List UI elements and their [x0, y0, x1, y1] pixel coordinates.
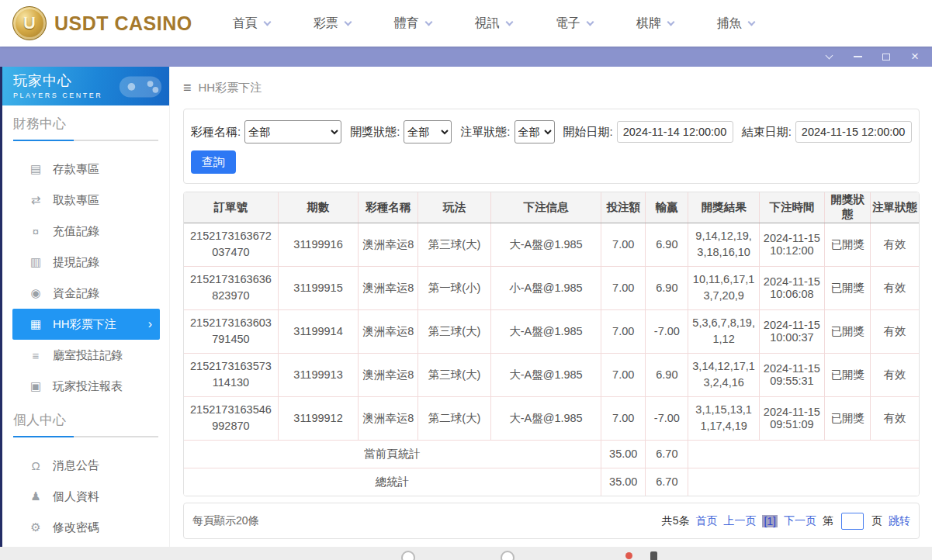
cell-bet_info: 大-A盤@1.985: [490, 223, 601, 266]
sidebar-item-deposit[interactable]: ▤存款專區: [12, 154, 160, 185]
floating-widget-icon[interactable]: [401, 551, 415, 560]
nav-item-fishing[interactable]: 捕魚: [717, 16, 754, 32]
page-title: HH彩票下注: [199, 81, 262, 95]
sidebar-item-announcements[interactable]: Ω消息公告: [12, 450, 160, 481]
first-page-link[interactable]: 首页: [695, 514, 717, 528]
cell-play: 第一球(小): [418, 266, 490, 309]
cell-draw_status: 已開獎: [825, 223, 871, 266]
sidebar-item-list: ▤存款專區⇄取款專區¤充值記錄▥提現記錄◉資金記錄▦HH彩票下注›≡廳室投註記錄…: [2, 154, 169, 402]
floating-widget-icon[interactable]: [650, 551, 657, 560]
goto-page-input[interactable]: [841, 513, 864, 530]
prev-page-link[interactable]: 上一页: [723, 514, 756, 528]
chevron-down-icon: [424, 18, 432, 26]
section-title: 財務中心: [2, 115, 169, 133]
sidebar-item-recharge-record[interactable]: ¤充值記錄: [12, 216, 160, 247]
sidebar-item-label: 充值記錄: [53, 224, 99, 239]
cell-draw_status: 已開獎: [825, 266, 871, 309]
end-date-input[interactable]: [795, 121, 912, 143]
nav-item-slots[interactable]: 電子: [556, 16, 593, 32]
nav-item-lottery[interactable]: 彩票: [314, 16, 351, 32]
recharge-record-icon: ¤: [29, 225, 43, 238]
sidebar-item-label: HH彩票下注: [53, 317, 116, 332]
lottery-bets-icon: ▦: [29, 317, 43, 331]
cell-bet_amount: 7.00: [601, 396, 646, 440]
cell-draw_status: 已開獎: [825, 309, 871, 353]
nav-item-sports[interactable]: 體育: [394, 16, 431, 32]
summary-empty: [688, 440, 919, 468]
sidebar-item-withdraw-record[interactable]: ▥提現記錄: [12, 247, 160, 278]
total-count-text: 共5条: [662, 514, 690, 528]
brand-logo[interactable]: U USDT CASINO: [12, 6, 192, 40]
cell-order_status: 有效: [871, 353, 919, 396]
maximize-icon: [882, 54, 890, 60]
nav-item-video[interactable]: 視訊: [475, 16, 512, 32]
sidebar-item-funds-record[interactable]: ◉資金記錄: [12, 278, 160, 309]
section-divider-accent: [13, 436, 74, 437]
column-header-bet_time: 下注時間: [759, 192, 824, 223]
sidebar-item-label: 存款專區: [53, 162, 99, 177]
search-button[interactable]: 查詢: [191, 150, 236, 174]
cell-result: 3,1,15,13,11,17,4,19: [688, 396, 759, 440]
window-minimize-button[interactable]: [851, 50, 864, 63]
sidebar-item-withdraw[interactable]: ⇄取款專區: [12, 185, 160, 216]
sidebar-item-label: 廳室投註記錄: [53, 348, 123, 363]
sidebar-item-label: 修改密碼: [53, 520, 99, 535]
column-header-order_no: 訂單號: [184, 192, 278, 223]
cell-order_no: 2152173163603791450: [184, 309, 278, 353]
cell-order_status: 有效: [871, 396, 919, 440]
sidebar-item-player-bet-report[interactable]: ▣玩家投注報表: [12, 371, 160, 402]
next-page-link[interactable]: 下一页: [784, 514, 816, 528]
lottery-name-select[interactable]: 全部: [244, 120, 341, 143]
gear-icon: ⚙: [29, 520, 43, 534]
cell-bet_info: 大-A盤@1.985: [490, 309, 601, 353]
sidebar-item-profile[interactable]: ♟個人資料: [12, 481, 160, 512]
cell-period: 31199912: [278, 396, 358, 440]
app-window: U USDT CASINO 首頁彩票體育視訊電子棋牌捕魚 × 玩家中心 PLAY…: [0, 0, 932, 560]
order-status-select[interactable]: 全部: [515, 120, 555, 143]
nav-item-home[interactable]: 首頁: [233, 16, 270, 32]
window-close-button[interactable]: ×: [909, 50, 921, 63]
cell-lottery: 澳洲幸运8: [359, 396, 418, 440]
current-page-summary-row: 當前頁統計35.006.70: [184, 440, 919, 468]
chevron-right-icon: ›: [148, 317, 152, 331]
goto-page-button[interactable]: 跳转: [889, 514, 910, 528]
column-header-bet_amount: 投注額: [601, 192, 646, 223]
cell-period: 31199916: [278, 223, 358, 266]
sidebar-item-room-bet-record[interactable]: ≡廳室投註記錄: [12, 340, 160, 371]
cell-order_status: 有效: [871, 266, 919, 309]
cell-bet_amount: 7.00: [601, 223, 646, 266]
collapse-icon: [825, 52, 833, 60]
sidebar-item-label: 個人資料: [53, 489, 99, 504]
sidebar-item-change-password[interactable]: ⚙修改密碼: [12, 512, 160, 543]
table-row: 215217316367203747031199916澳洲幸运8第三球(大)大-…: [184, 223, 919, 266]
hamburger-icon[interactable]: ≡: [183, 80, 192, 96]
window-maximize-button[interactable]: [880, 50, 892, 63]
window-collapse-button[interactable]: [823, 50, 835, 63]
cell-play: 第二球(大): [418, 396, 490, 440]
sidebar-header: 玩家中心 PLAYERS CENTER: [2, 67, 169, 105]
total-summary-row: 總統計35.006.70: [184, 468, 919, 496]
cell-bet_time: 2024-11-15 10:12:00: [759, 223, 824, 266]
main-content: ≡ HH彩票下注 彩種名稱: 全部 開獎狀態: 全部 注單狀態: 全部: [170, 67, 932, 560]
nav-item-label: 捕魚: [717, 16, 742, 32]
section-title: 個人中心: [2, 411, 169, 429]
table-row: 215217316360379145031199914澳洲幸运8第三球(大)大-…: [184, 309, 919, 353]
logo-letter: U: [23, 13, 36, 33]
draw-status-select[interactable]: 全部: [404, 120, 452, 143]
brand-name: USDT CASINO: [54, 12, 192, 35]
cell-result: 10,11,6,17,13,7,20,9: [688, 266, 759, 309]
floating-widget-icon[interactable]: [501, 551, 515, 560]
column-header-play: 玩法: [418, 192, 490, 223]
start-date-input[interactable]: [617, 121, 733, 143]
chevron-down-icon: [263, 18, 271, 26]
cell-result: 5,3,6,7,8,19,1,12: [688, 309, 759, 353]
sidebar-item-hh-lottery-bets[interactable]: ▦HH彩票下注›: [12, 309, 160, 340]
current-page[interactable]: [1]: [762, 515, 778, 527]
table-body: 215217316367203747031199916澳洲幸运8第三球(大)大-…: [184, 223, 919, 496]
nav-item-cards[interactable]: 棋牌: [636, 16, 674, 32]
cell-win_loss: -7.00: [646, 309, 688, 353]
pagination-bar: 每頁顯示20條 共5条 首页 上一页 [1] 下一页 第 页 跳转: [183, 503, 920, 539]
minimize-icon: [854, 56, 862, 57]
cell-period: 31199915: [278, 266, 358, 309]
bell-icon: Ω: [29, 459, 43, 472]
